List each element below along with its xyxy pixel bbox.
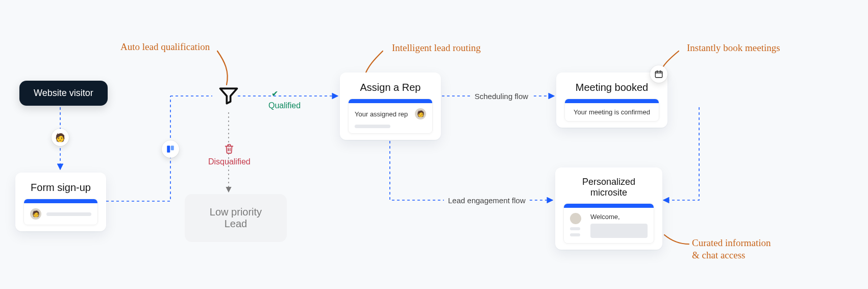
form-preview: 🧑 [23, 199, 98, 225]
welcome-text: Welcome, [590, 213, 648, 221]
form-chip-icon [162, 140, 179, 158]
svg-rect-2 [655, 71, 662, 78]
funnel-icon [217, 85, 240, 107]
card-title: Form sign-up [23, 182, 98, 194]
card-title: Personalized microsite [563, 177, 654, 198]
card-title: Meeting booked [564, 82, 659, 93]
svg-rect-0 [167, 146, 170, 153]
qualified-label: Qualified [268, 101, 301, 110]
disqualified-label: Disqualified [208, 157, 251, 166]
svg-rect-1 [171, 146, 174, 150]
node-label: Website visitor [34, 88, 93, 98]
placeholder-line [570, 227, 580, 230]
node-meeting-booked: Meeting booked Your meeting is confirmed [556, 73, 667, 128]
card-title: Low priority Lead [210, 206, 262, 229]
placeholder-line [570, 233, 580, 236]
node-assign-rep: Assign a Rep Your assigned rep 🧑 [340, 73, 441, 140]
calendar-chip [650, 65, 667, 83]
avatar-icon: 🧑 [415, 108, 426, 119]
calendar-icon [654, 69, 663, 79]
avatar-visitor: 🧑 [52, 129, 69, 146]
funnel-node [217, 85, 240, 107]
annotation-microsite: Curated information & chat access [692, 237, 771, 261]
microsite-preview: Welcome, [563, 203, 654, 244]
avatar-icon [570, 213, 581, 224]
meeting-preview: Your meeting is confirmed [564, 99, 659, 122]
node-website-visitor: Website visitor [19, 81, 108, 106]
annotation-booking: Instantly book meetings [687, 42, 780, 54]
engagement-flow-label: Lead engagement flow [444, 195, 530, 206]
node-personalized-microsite: Personalized microsite Welcome, [555, 167, 662, 250]
placeholder-line [355, 125, 390, 128]
avatar-icon: 🧑 [30, 208, 41, 220]
panel-text: Your assigned rep [355, 110, 408, 118]
flow-diagram: Website visitor 🧑 Form sign-up 🧑 ✔ Quali… [0, 0, 868, 289]
card-title: Assign a Rep [348, 82, 433, 93]
form-icon [166, 144, 175, 154]
avatar-icon: 🧑 [55, 133, 65, 142]
node-low-priority: Low priority Lead [185, 194, 287, 242]
panel-text: Your meeting is confirmed [574, 108, 650, 116]
assign-preview: Your assigned rep 🧑 [348, 99, 433, 134]
annotation-qualification: Auto lead qualification [120, 41, 210, 53]
placeholder-line [46, 212, 91, 216]
scheduling-flow-label: Scheduling flow [470, 91, 532, 102]
trash-icon [224, 143, 235, 156]
annotation-routing: Intelligent lead routing [392, 42, 481, 54]
check-icon: ✔ [271, 89, 278, 99]
node-form-signup: Form sign-up 🧑 [15, 173, 106, 231]
placeholder-block [590, 224, 648, 238]
